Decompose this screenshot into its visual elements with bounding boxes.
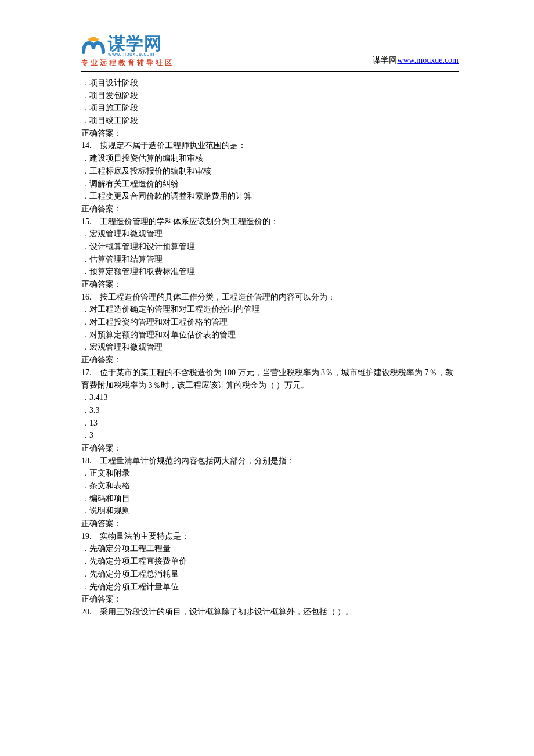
text-line: ．宏观管理和微观管理 (81, 341, 459, 354)
text-line: ．工程标底及投标报价的编制和审核 (81, 165, 459, 178)
text-line: 15. 工程造价管理的学科体系应该划分为工程造价的： (81, 215, 459, 228)
text-line: 20. 采用三阶段设计的项目，设计概算除了初步设计概算外，还包括（ ）。 (81, 606, 459, 618)
header-divider (81, 71, 459, 72)
text-line: 14. 按规定不属于造价工程师执业范围的是： (81, 139, 459, 152)
text-line: 17. 位于某市的某工程的不含税造价为 100 万元，当营业税税率为 3％，城市… (81, 366, 459, 391)
text-line: ．项目设计阶段 (81, 77, 459, 89)
source-link[interactable]: www.mouxue.com (397, 56, 459, 64)
text-line: 18. 工程量清单计价规范的内容包括两大部分，分别是指： (81, 455, 459, 467)
logo-text-en: www.mouxue.com (108, 51, 162, 57)
text-line: ．宏观管理和微观管理 (81, 228, 459, 240)
text-line: ．工程变更及合同价款的调整和索赔费用的计算 (81, 190, 459, 203)
text-line: ．项目发包阶段 (81, 89, 459, 102)
text-line: ．对预算定额的管理和对单位估价表的管理 (81, 329, 459, 341)
text-line: 正确答案： (81, 354, 459, 366)
text-line: 16. 按工程造价管理的具体工作分类，工程造价管理的内容可以分为： (81, 291, 459, 304)
logo-icon (81, 35, 106, 57)
text-line: ．设计概算管理和设计预算管理 (81, 240, 459, 253)
logo-tagline: 专业远程教育辅导社区 (81, 58, 174, 68)
text-line: ．对工程造价确定的管理和对工程造价控制的管理 (81, 303, 459, 316)
text-line: ．调解有关工程造价的纠纷 (81, 178, 459, 190)
text-line: ．条文和表格 (81, 480, 459, 492)
text-line: ．先确定分项工程总消耗量 (81, 568, 459, 581)
logo-text-cn: 谋学网 (108, 35, 162, 52)
text-line: 19. 实物量法的主要特点是： (81, 530, 459, 543)
page-header: 谋学网 www.mouxue.com 专业远程教育辅导社区 谋学网www.mou… (81, 35, 459, 68)
text-line: ．说明和规则 (81, 505, 459, 517)
text-line: 正确答案： (81, 127, 459, 140)
document-body: ．项目设计阶段．项目发包阶段．项目施工阶段．项目竣工阶段正确答案：14. 按规定… (81, 77, 459, 618)
text-line: ．建设项目投资估算的编制和审核 (81, 152, 459, 165)
text-line: 正确答案： (81, 278, 459, 291)
source-line: 谋学网www.mouxue.com (373, 55, 459, 68)
text-line: ．13 (81, 417, 459, 430)
text-line: ．估算管理和结算管理 (81, 253, 459, 266)
text-line: ．预算定额管理和取费标准管理 (81, 265, 459, 278)
text-line: 正确答案： (81, 442, 459, 455)
text-line: ．先确定分项工程工程量 (81, 542, 459, 555)
text-line: ．3 (81, 429, 459, 442)
source-label: 谋学网 (373, 56, 397, 64)
text-line: ．先确定分项工程直接费单价 (81, 555, 459, 568)
text-line: ．项目竣工阶段 (81, 114, 459, 127)
text-line: ．先确定分项工程计量单位 (81, 581, 459, 593)
text-line: ．对工程投资的管理和对工程价格的管理 (81, 316, 459, 329)
text-line: ．3.413 (81, 391, 459, 404)
logo: 谋学网 www.mouxue.com 专业远程教育辅导社区 (81, 35, 174, 68)
text-line: ．项目施工阶段 (81, 102, 459, 114)
text-line: 正确答案： (81, 593, 459, 606)
text-line: 正确答案： (81, 203, 459, 215)
text-line: ．3.3 (81, 404, 459, 417)
svg-point-0 (88, 38, 91, 41)
text-line: ．编码和项目 (81, 492, 459, 505)
svg-point-1 (96, 38, 99, 41)
text-line: 正确答案： (81, 517, 459, 530)
text-line: ．正文和附录 (81, 467, 459, 480)
